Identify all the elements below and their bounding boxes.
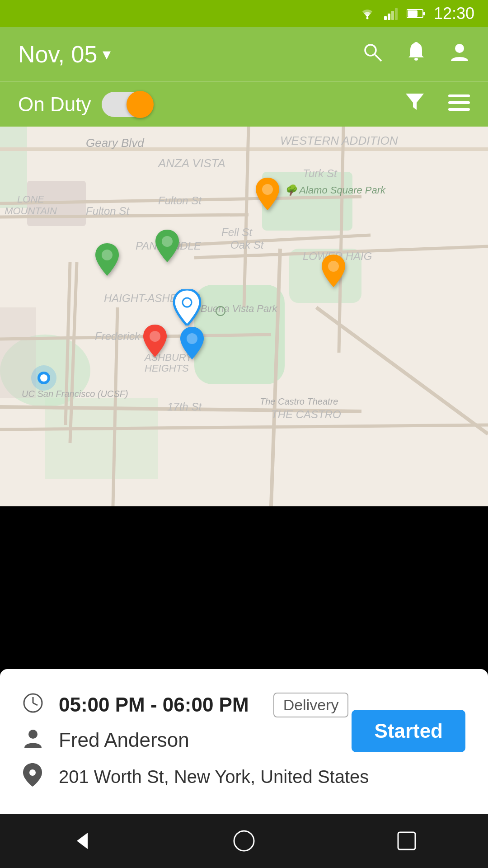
svg-text:ANZA VISTA: ANZA VISTA: [157, 156, 225, 170]
clock-icon: [23, 693, 45, 717]
header-date-arrow: ▾: [103, 45, 111, 64]
svg-text:THE CASTRO: THE CASTRO: [271, 408, 341, 420]
svg-text:17th St: 17th St: [167, 401, 202, 413]
svg-text:HEIGHTS: HEIGHTS: [145, 363, 189, 374]
svg-text:Buena Vista Park: Buena Vista Park: [201, 303, 278, 314]
profile-icon[interactable]: [449, 41, 470, 68]
back-button[interactable]: [63, 823, 99, 859]
green-pin-1[interactable]: [94, 243, 120, 276]
svg-rect-14: [448, 94, 470, 97]
header-date[interactable]: Nov, 05 ▾: [18, 41, 111, 68]
svg-point-11: [414, 58, 418, 61]
svg-line-76: [33, 703, 38, 705]
svg-text:Geary Blvd: Geary Blvd: [86, 136, 145, 150]
svg-point-64: [102, 250, 113, 260]
svg-text:Fell St: Fell St: [221, 226, 253, 238]
status-time: 12:30: [434, 4, 474, 23]
signal-icon: [384, 7, 399, 20]
battery-icon: [407, 8, 426, 19]
green-pin-2[interactable]: [155, 230, 180, 262]
card-address-row: 201 Worth St, New York, United States: [23, 763, 465, 791]
status-bar: 12:30: [0, 0, 488, 27]
blue-pin-solid[interactable]: [179, 327, 205, 359]
wifi-icon: [359, 7, 376, 20]
svg-text:🌳 Alamo Square Park: 🌳 Alamo Square Park: [284, 184, 386, 196]
svg-point-8: [365, 45, 376, 56]
notifications-icon[interactable]: [406, 41, 427, 68]
svg-point-0: [366, 17, 368, 19]
svg-rect-3: [391, 11, 394, 20]
svg-text:LONE: LONE: [17, 193, 44, 205]
svg-text:MOUNTAIN: MOUNTAIN: [5, 205, 57, 217]
search-icon[interactable]: [361, 41, 383, 68]
svg-text:Oak St: Oak St: [230, 239, 264, 251]
duty-label: On Duty: [18, 93, 91, 116]
svg-text:WESTERN ADDITION: WESTERN ADDITION: [280, 134, 398, 147]
svg-point-67: [328, 261, 339, 272]
header-date-text: Nov, 05: [18, 41, 97, 68]
recent-apps-button[interactable]: [389, 823, 425, 859]
card-time-text: 05:00 PM - 06:00 PM: [59, 693, 249, 716]
svg-rect-6: [408, 10, 418, 17]
svg-point-78: [29, 769, 36, 776]
svg-point-12: [455, 44, 464, 53]
svg-text:Fulton St: Fulton St: [158, 194, 202, 207]
svg-rect-15: [448, 101, 470, 104]
svg-point-77: [28, 730, 38, 739]
menu-icon[interactable]: [448, 92, 470, 117]
svg-rect-7: [423, 12, 425, 15]
duty-left: On Duty: [18, 92, 151, 117]
red-pin[interactable]: [142, 325, 168, 357]
card-name-row: Fred Anderson Started: [23, 728, 465, 753]
nav-bar: [0, 814, 488, 868]
svg-rect-10: [414, 42, 418, 44]
svg-rect-4: [395, 8, 398, 20]
current-location-dot: [30, 364, 57, 393]
header-bar: Nov, 05 ▾: [0, 27, 488, 81]
map-area[interactable]: Geary Blvd ANZA VISTA WESTERN ADDITION T…: [0, 127, 488, 506]
card-person-name: Fred Anderson: [59, 729, 189, 751]
duty-toggle[interactable]: [102, 92, 151, 117]
orange-pin-2[interactable]: [321, 255, 346, 287]
svg-rect-81: [398, 832, 415, 849]
blue-pin-hollow[interactable]: [173, 289, 201, 326]
svg-line-9: [375, 55, 381, 61]
person-icon: [23, 728, 45, 753]
svg-point-66: [262, 184, 273, 195]
svg-text:The Castro Theatre: The Castro Theatre: [260, 396, 338, 406]
started-button[interactable]: Started: [352, 710, 465, 752]
delivery-badge: Delivery: [273, 693, 349, 717]
duty-right: [404, 91, 470, 118]
svg-point-80: [234, 831, 254, 851]
duty-bar: On Duty: [0, 81, 488, 127]
svg-text:Turk St: Turk St: [303, 167, 338, 179]
svg-marker-79: [77, 833, 88, 849]
svg-rect-2: [388, 14, 390, 20]
delivery-card: 05:00 PM - 06:00 PM Delivery Fred Anders…: [0, 669, 488, 814]
orange-pin-1[interactable]: [255, 178, 280, 210]
svg-point-73: [40, 374, 47, 382]
header-icons: [361, 41, 470, 68]
svg-rect-1: [384, 16, 387, 20]
svg-point-70: [150, 331, 160, 342]
svg-marker-13: [406, 94, 424, 110]
svg-point-69: [187, 333, 197, 344]
status-icons: 12:30: [359, 4, 474, 23]
svg-text:Fulton St: Fulton St: [86, 205, 130, 217]
map-background: Geary Blvd ANZA VISTA WESTERN ADDITION T…: [0, 127, 488, 506]
filter-icon[interactable]: [404, 91, 426, 118]
location-icon: [23, 763, 45, 791]
svg-point-65: [162, 236, 173, 247]
home-button[interactable]: [226, 823, 262, 859]
svg-rect-16: [448, 108, 470, 111]
card-address-text: 201 Worth St, New York, United States: [59, 765, 369, 788]
toggle-knob: [127, 91, 154, 118]
